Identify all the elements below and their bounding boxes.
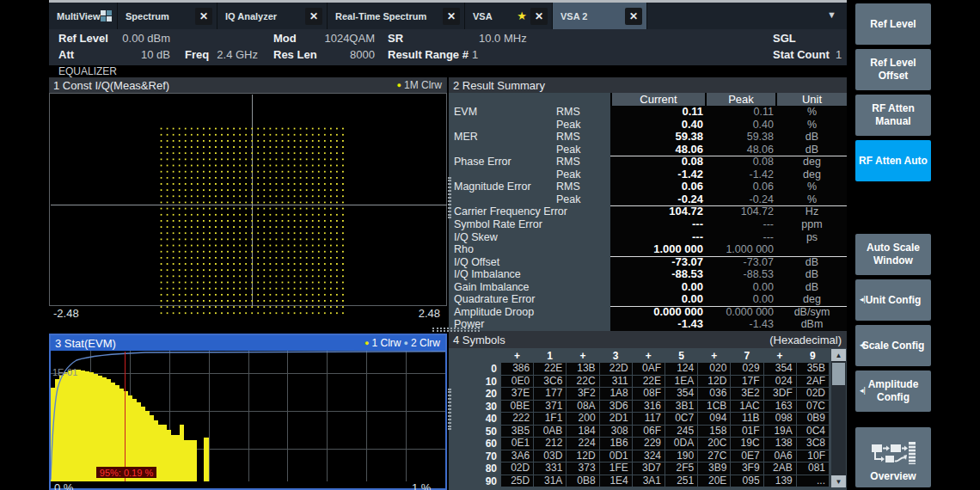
- symbols-cell[interactable]: 0C4: [797, 426, 829, 438]
- symbols-cell[interactable]: 3E2: [731, 388, 763, 400]
- symbols-cell[interactable]: 095: [731, 475, 763, 487]
- symbols-cell[interactable]: 20E: [698, 475, 730, 487]
- symbols-cell[interactable]: 212: [534, 438, 566, 450]
- softkey-unit-config[interactable]: ◂| Unit Config: [855, 279, 931, 321]
- softkey-rf-atten-auto[interactable]: RF Atten Auto: [855, 140, 931, 181]
- symbols-scrollbar[interactable]: ▲ ▼: [831, 349, 846, 487]
- symbols-cell[interactable]: 371: [534, 401, 566, 413]
- tab-realtime-spectrum[interactable]: Real-Time Spectrum ✕: [328, 3, 465, 29]
- symbols-cell[interactable]: 0B9: [797, 413, 829, 425]
- mod-value[interactable]: 1024QAM: [307, 32, 375, 45]
- symbols-cell[interactable]: 08A: [567, 401, 598, 413]
- symbols-cell[interactable]: 10F: [797, 450, 829, 462]
- symbols-cell[interactable]: 01F: [731, 426, 763, 438]
- window1-titlebar[interactable]: 1 Const I/Q(Meas&Ref) ● 1M Clrw: [49, 77, 447, 93]
- symbols-cell[interactable]: 354: [665, 388, 697, 400]
- close-icon[interactable]: ✕: [530, 8, 548, 25]
- symbols-cell[interactable]: 22E: [633, 376, 665, 388]
- symbols-cell[interactable]: 094: [698, 413, 730, 425]
- symbols-cell[interactable]: 3C6: [534, 376, 566, 388]
- symbols-cell[interactable]: 222: [501, 413, 533, 425]
- symbols-cell[interactable]: 25D: [501, 475, 533, 487]
- close-icon[interactable]: ✕: [625, 8, 642, 25]
- symbols-cell[interactable]: 3F2: [567, 388, 598, 400]
- symbols-cell[interactable]: 1B6: [600, 438, 632, 450]
- symbols-cell[interactable]: 06F: [633, 426, 665, 438]
- symbols-cell[interactable]: 1F1: [534, 413, 566, 425]
- symbols-cell[interactable]: 316: [633, 401, 665, 413]
- symbols-cell[interactable]: 138: [764, 438, 796, 450]
- tab-iq-analyzer[interactable]: IQ Analyzer ✕: [217, 3, 328, 29]
- symbols-cell[interactable]: 245: [665, 426, 697, 438]
- symbols-cell[interactable]: 27C: [698, 450, 730, 462]
- symbols-cell[interactable]: 200: [567, 413, 598, 425]
- tab-multiview[interactable]: MultiView: [49, 3, 118, 29]
- symbols-cell[interactable]: 20C: [698, 438, 730, 450]
- constellation-plot[interactable]: [49, 93, 447, 306]
- symbols-cell[interactable]: 3C8: [797, 438, 829, 450]
- symbols-cell[interactable]: 098: [764, 413, 796, 425]
- symbols-cell[interactable]: 0C7: [665, 413, 697, 425]
- tab-spectrum[interactable]: Spectrum ✕: [118, 3, 217, 29]
- symbols-cell[interactable]: 190: [665, 450, 697, 462]
- window2-titlebar[interactable]: 2 Result Summary: [449, 77, 847, 93]
- symbols-cell[interactable]: 331: [534, 462, 566, 475]
- freq-value[interactable]: 2.4 GHz: [204, 48, 258, 61]
- symbols-cell[interactable]: 0AB: [534, 426, 566, 438]
- softkey-rf-atten-manual[interactable]: RF Atten Manual: [855, 95, 931, 136]
- symbols-cell[interactable]: 19C: [731, 438, 763, 450]
- tab-vsa[interactable]: VSA ★ ✕: [465, 3, 553, 29]
- symbols-cell[interactable]: 139: [764, 475, 796, 487]
- close-icon[interactable]: ✕: [305, 8, 322, 25]
- symbols-cell[interactable]: 1AC: [731, 401, 763, 413]
- softkey-ref-level[interactable]: Ref Level: [855, 3, 931, 45]
- symbols-cell[interactable]: 3D7: [633, 462, 665, 475]
- symbols-cell[interactable]: 11B: [731, 413, 763, 425]
- symbols-cell[interactable]: 020: [698, 363, 730, 375]
- symbols-cell[interactable]: 1E4: [600, 475, 632, 487]
- tab-overflow-dropdown-icon[interactable]: ▼: [827, 9, 836, 20]
- symbols-cell[interactable]: 17F: [731, 376, 763, 388]
- symbols-cell[interactable]: 2AB: [764, 462, 796, 475]
- symbols-cell[interactable]: 3A1: [633, 475, 665, 487]
- symbols-cell[interactable]: 02D: [797, 388, 829, 400]
- symbols-cell[interactable]: 31A: [534, 475, 566, 487]
- close-icon[interactable]: ✕: [195, 8, 212, 25]
- symbols-cell[interactable]: 02D: [501, 462, 533, 475]
- symbols-cell[interactable]: 311: [600, 376, 632, 388]
- scroll-down-icon[interactable]: ▼: [831, 475, 846, 487]
- symbols-cell[interactable]: 386: [501, 363, 533, 375]
- softkey-amplitude-config[interactable]: ◂| Amplitude Config: [855, 371, 931, 412]
- scroll-up-icon[interactable]: ▲: [831, 349, 846, 361]
- symbols-cell[interactable]: 3B9: [698, 462, 730, 475]
- symbols-cell[interactable]: 22D: [600, 363, 632, 375]
- symbols-cell[interactable]: 117: [633, 413, 665, 425]
- symbols-cell[interactable]: 184: [567, 426, 598, 438]
- symbols-cell[interactable]: 324: [633, 450, 665, 462]
- symbols-cell[interactable]: 13B: [567, 363, 598, 375]
- symbols-cell[interactable]: 354: [764, 363, 796, 375]
- symbols-cell[interactable]: ...: [797, 475, 829, 487]
- symbols-cell[interactable]: 1FE: [600, 462, 632, 475]
- symbols-cell[interactable]: 029: [731, 363, 763, 375]
- close-icon[interactable]: ✕: [443, 8, 460, 25]
- evm-histogram-plot[interactable]: 1E-01 95%: 0.19 %: [51, 351, 445, 481]
- symbols-cell[interactable]: 08F: [633, 388, 665, 400]
- symbols-cell[interactable]: 0B8: [567, 475, 598, 487]
- symbols-cell[interactable]: 19A: [764, 426, 796, 438]
- att-value[interactable]: 10 dB: [109, 48, 170, 61]
- splitter-horizontal[interactable]: [432, 328, 480, 332]
- symbols-cell[interactable]: 12D: [698, 376, 730, 388]
- symbols-cell[interactable]: 3F9: [731, 462, 763, 475]
- splitter-vertical-bottom[interactable]: [448, 389, 451, 430]
- symbols-cell[interactable]: 1CB: [698, 401, 730, 413]
- symbols-cell[interactable]: 1EA: [665, 376, 697, 388]
- symbols-cell[interactable]: 2AF: [797, 376, 829, 388]
- symbols-cell[interactable]: 373: [567, 462, 598, 475]
- softkey-ref-level-offset[interactable]: Ref Level Offset: [855, 49, 931, 90]
- symbols-cell[interactable]: 177: [534, 388, 566, 400]
- ref-level-value[interactable]: 0.00 dBm: [109, 32, 170, 45]
- symbols-cell[interactable]: 3B1: [665, 401, 697, 413]
- symbols-cell[interactable]: 37E: [501, 388, 533, 400]
- symbols-cell[interactable]: 229: [633, 438, 665, 450]
